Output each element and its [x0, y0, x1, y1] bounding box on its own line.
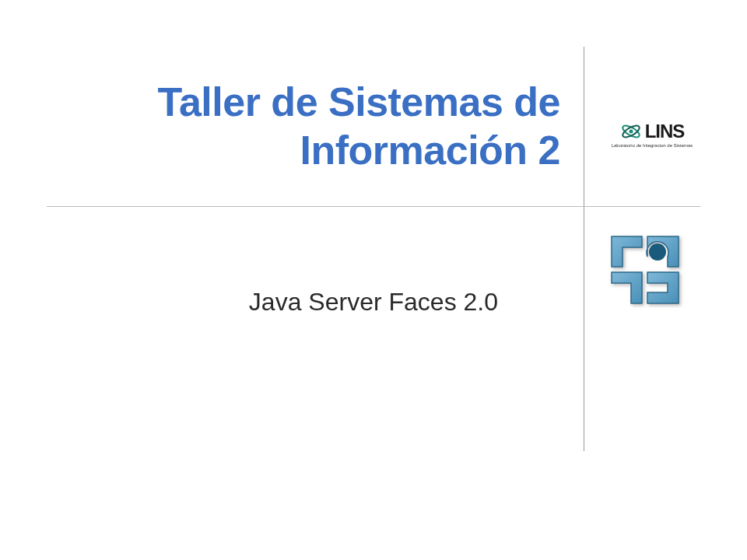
subtitle-container: Java Server Faces 2.0 [70, 288, 498, 317]
secondary-logo-icon [607, 232, 685, 308]
title-container: Taller de Sistemas de Información 2 [70, 78, 560, 175]
svg-point-2 [629, 130, 633, 134]
lins-logo-text: LINS [645, 121, 685, 142]
slide-subtitle: Java Server Faces 2.0 [70, 288, 498, 317]
slide-title: Taller de Sistemas de Información 2 [70, 78, 560, 175]
presentation-slide: Taller de Sistemas de Información 2 Java… [0, 0, 747, 560]
horizontal-divider [47, 206, 700, 207]
lins-logo: LINS Laboratorio de Integracion de Siste… [598, 121, 707, 148]
lins-logo-row: LINS [620, 121, 685, 142]
lins-logo-tagline: Laboratorio de Integracion de Sistemas [612, 143, 693, 148]
svg-point-3 [649, 243, 666, 261]
lins-orbit-icon [620, 122, 642, 141]
vertical-divider [584, 47, 584, 451]
